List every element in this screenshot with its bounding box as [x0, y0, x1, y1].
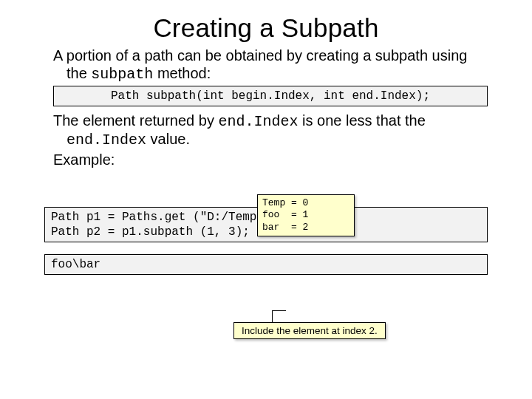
explain-tail: value.	[146, 131, 190, 147]
index-row-foo: foo = 1	[262, 209, 349, 221]
index-callout: Temp = 0 foo = 1 bar = 2	[257, 194, 355, 236]
index-row-bar: bar = 2	[262, 222, 349, 233]
slide-body: A portion of a path can be obtained by c…	[0, 47, 532, 83]
explain-code-1: end.Index	[218, 113, 298, 130]
slide: Creating a Subpath A portion of a path c…	[0, 13, 532, 399]
spacer-2	[0, 248, 532, 251]
example-label: Example:	[53, 151, 488, 168]
intro-text-tail: method:	[153, 65, 211, 81]
index-row-temp: Temp = 0	[262, 197, 349, 209]
explain-code-2: end.Index	[66, 132, 146, 149]
include-note-callout: Include the element at index 2.	[233, 322, 386, 339]
callout-connector	[272, 310, 286, 323]
slide-title: Creating a Subpath	[0, 13, 532, 43]
intro-code-subpath: subpath	[91, 66, 153, 83]
explain-paragraph: The element returned by end.Index is one…	[53, 112, 488, 149]
intro-paragraph: A portion of a path can be obtained by c…	[53, 47, 488, 83]
signature-code-box: Path subpath(int begin.Index, int end.In…	[53, 86, 488, 106]
slide-body-2: The element returned by end.Index is one…	[0, 112, 532, 168]
explain-mid: is one less that the	[299, 112, 426, 129]
explain-lead: The element returned by	[53, 112, 218, 129]
result-code-box: foo\bar	[44, 254, 488, 275]
